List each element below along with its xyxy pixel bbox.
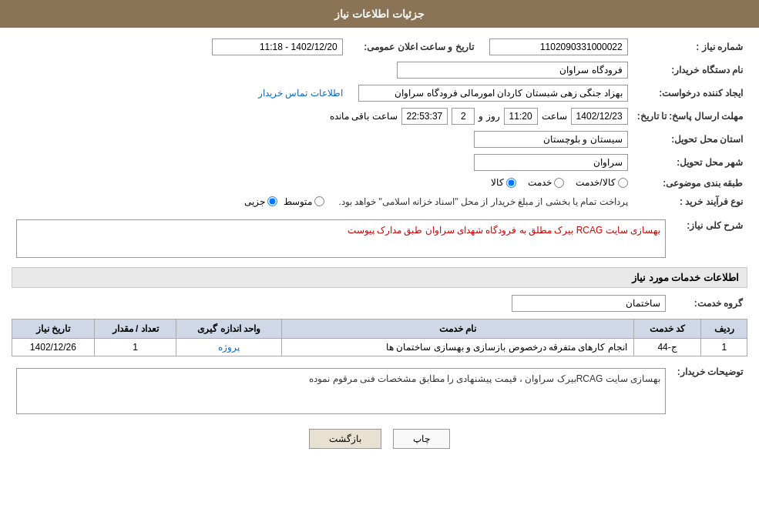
category-goods-label: کالا bbox=[491, 177, 504, 188]
buyer-org-label: نام دستگاه خریدار: bbox=[633, 59, 747, 82]
category-goods-option[interactable]: کالا bbox=[491, 177, 516, 188]
category-service-option[interactable]: خدمت bbox=[528, 177, 564, 188]
city-label: شهر محل تحویل: bbox=[633, 151, 747, 174]
remaining-label: ساعت باقی مانده bbox=[330, 111, 398, 122]
created-by-label: ایجاد کننده درخواست: bbox=[633, 82, 747, 105]
need-desc-table: شرح کلی نیاز: بهسازی سایت RCAG بیرک مطلق… bbox=[12, 216, 747, 261]
need-desc-value: بهسازی سایت RCAG بیرک مطلق به فرودگاه شه… bbox=[348, 225, 660, 236]
remaining-value: 22:53:37 bbox=[401, 108, 448, 125]
process-row: پرداخت تمام یا بخشی از مبلغ خریدار از مح… bbox=[16, 196, 628, 207]
cell-code: ج-44 bbox=[633, 338, 701, 356]
main-content: شماره نیاز : 1102090331000022 تاریخ و سا… bbox=[0, 28, 759, 464]
category-service-label: خدمت bbox=[528, 177, 552, 188]
table-row: 1 ج-44 انجام کارهای متفرقه درخصوص بازساز… bbox=[12, 338, 747, 356]
col-name: نام خدمت bbox=[282, 319, 634, 338]
process-partial-radio[interactable] bbox=[267, 196, 277, 206]
category-goods-service-radio[interactable] bbox=[618, 178, 628, 188]
page-title: جزئیات اطلاعات نیاز bbox=[334, 8, 425, 20]
process-partial-option[interactable]: جزیی bbox=[244, 196, 277, 207]
col-row-num: ردیف bbox=[701, 319, 747, 338]
col-date: تاریخ نیاز bbox=[12, 319, 95, 338]
cell-date: 1402/12/26 bbox=[12, 338, 95, 356]
need-desc-label: شرح کلی نیاز: bbox=[670, 216, 747, 261]
process-desc: پرداخت تمام یا بخشی از مبلغ خریدار از مح… bbox=[338, 196, 627, 207]
back-button[interactable]: بازگشت bbox=[309, 429, 381, 449]
announce-label: تاریخ و ساعت اعلان عمومی: bbox=[348, 35, 479, 59]
time-label: ساعت bbox=[542, 111, 567, 122]
province-label: استان محل تحویل: bbox=[633, 128, 747, 151]
print-button[interactable]: چاپ bbox=[393, 429, 450, 449]
buyer-desc-box: بهسازی سایت RCAGبیرک سراوان ، قیمت پیشنه… bbox=[16, 368, 666, 414]
services-table: ردیف کد خدمت نام خدمت واحد اندازه گیری ت… bbox=[12, 319, 747, 356]
category-goods-service-label: کالا/خدمت bbox=[576, 177, 615, 188]
category-label: طبقه بندی موضوعی: bbox=[633, 174, 747, 193]
category-radio-group: کالا/خدمت خدمت کالا bbox=[491, 177, 627, 188]
cell-row-num: 1 bbox=[701, 338, 747, 356]
category-service-radio[interactable] bbox=[554, 178, 564, 188]
buyer-desc-value: بهسازی سایت RCAGبیرک سراوان ، قیمت پیشنه… bbox=[309, 373, 660, 384]
info-table-top: شماره نیاز : 1102090331000022 تاریخ و سا… bbox=[12, 35, 747, 210]
province-value: سیستان و بلوچستان bbox=[474, 131, 628, 148]
services-section-title: اطلاعات خدمات مورد نیاز bbox=[12, 267, 747, 288]
process-partial-label: جزیی bbox=[244, 196, 265, 207]
service-group-value: ساختمان bbox=[512, 295, 666, 312]
category-goods-radio[interactable] bbox=[506, 178, 516, 188]
buyer-desc-table: توضیحات خریدار: بهسازی سایت RCAGبیرک سرا… bbox=[12, 363, 747, 417]
date-value: 1402/12/23 bbox=[571, 108, 628, 125]
service-group-label: گروه خدمت: bbox=[670, 292, 747, 315]
need-number-label: شماره نیاز : bbox=[633, 35, 747, 59]
day-label: روز و bbox=[479, 111, 499, 122]
service-group-table: گروه خدمت: ساختمان bbox=[12, 292, 747, 315]
cell-unit: پروژه bbox=[176, 338, 282, 356]
created-by-value: بهزاد جنگی زهی شبستان کاردان امورمالی فر… bbox=[358, 85, 628, 102]
cell-quantity: 1 bbox=[94, 338, 176, 356]
cell-name: انجام کارهای متفرقه درخصوص بازسازی و بهس… bbox=[282, 338, 634, 356]
announce-value: 1402/12/20 - 11:18 bbox=[212, 38, 343, 55]
process-label: نوع فرآیند خرید : bbox=[633, 193, 747, 210]
buyer-org-value: فرودگاه سراوان bbox=[397, 62, 628, 79]
col-code: کد خدمت bbox=[633, 319, 701, 338]
buyer-desc-label: توضیحات خریدار: bbox=[670, 363, 747, 417]
need-number-value: 1102090331000022 bbox=[489, 38, 628, 55]
send-date-label: مهلت ارسال پاسخ: تا تاریخ: bbox=[633, 105, 747, 128]
process-medium-label: متوسط bbox=[284, 196, 312, 207]
buttons-row: چاپ بازگشت bbox=[12, 429, 747, 449]
page-container: جزئیات اطلاعات نیاز شماره نیاز : 1102090… bbox=[0, 0, 759, 532]
city-value: سراوان bbox=[474, 154, 628, 171]
day-value: 2 bbox=[452, 108, 475, 125]
page-header: جزئیات اطلاعات نیاز bbox=[0, 0, 759, 28]
time-value: 11:20 bbox=[504, 108, 538, 125]
process-medium-option[interactable]: متوسط bbox=[284, 196, 324, 207]
category-goods-service-option[interactable]: کالا/خدمت bbox=[576, 177, 627, 188]
need-desc-box: بهسازی سایت RCAG بیرک مطلق به فرودگاه شه… bbox=[16, 219, 666, 258]
contact-link[interactable]: اطلاعات تماس خریدار bbox=[258, 88, 343, 99]
col-quantity: تعداد / مقدار bbox=[94, 319, 176, 338]
process-medium-radio[interactable] bbox=[314, 196, 324, 206]
col-unit: واحد اندازه گیری bbox=[176, 319, 282, 338]
